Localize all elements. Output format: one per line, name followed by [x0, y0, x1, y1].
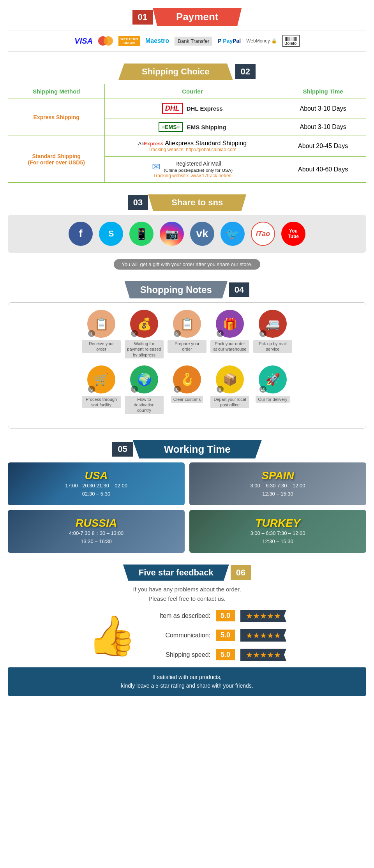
rating-communication: Communication: 5.0 ★★★★★: [148, 629, 286, 642]
step-circle-2: 💰2: [130, 310, 158, 338]
youtube-icon[interactable]: YouTube: [281, 222, 305, 246]
paypal-icon: P PayPal: [218, 38, 241, 44]
step-1: 📋1 Receive your order: [82, 310, 121, 358]
social-icons-row: f S 📱 📷 vk 🐦 iTao YouTube: [8, 215, 366, 253]
bottom-line1: If satisfied with our products,: [152, 674, 221, 680]
ems-time: About 3-10 Days: [280, 118, 366, 136]
rating-label-0: Item as described:: [148, 612, 210, 619]
rating-stars-1: ★★★★★: [240, 629, 286, 642]
table-row: Express Shipping DHL DHL Express About 3…: [8, 99, 366, 118]
airmail-courier: ✉ Registered Air Mail(China post/epacket…: [105, 157, 280, 183]
visa-icon: VISA: [74, 37, 93, 46]
payment-num: 01: [132, 10, 153, 25]
feedback-subtitle: If you have any problems about the order…: [8, 585, 366, 603]
ali-courier: AliExpress Aliexpress Standard Shipping …: [105, 136, 280, 157]
feedback-num: 06: [231, 565, 251, 580]
bank-transfer-icon: Bank Transfer: [175, 37, 212, 46]
subtitle-line2: Please feel free to contact us.: [148, 595, 226, 602]
facebook-icon[interactable]: f: [69, 222, 93, 246]
step-circle-6: 🛒6: [87, 365, 115, 393]
ali-time: About 20-45 Days: [280, 136, 366, 157]
airmail-name: Registered Air Mail(China post/epacket-o…: [164, 161, 233, 173]
feedback-title: Five star feedback: [123, 565, 229, 581]
turkey-card: TURKEY 3:00 – 6:30 7:30 – 12:00 12:30 – …: [189, 510, 366, 553]
working-grid: USA 17:00 - 20:30 21:30 – 02:00 02:30 – …: [8, 462, 366, 553]
ems-courier: ≡EMS≡ EMS Shipping: [105, 118, 280, 136]
payment-title: Payment: [153, 8, 242, 26]
ems-logo: ≡EMS≡: [159, 122, 183, 132]
working-section: 05 Working Time USA 17:00 - 20:30 21:30 …: [0, 432, 374, 557]
ali-logo: AliExpress: [138, 141, 164, 146]
usa-hours: 17:00 - 20:30 21:30 – 02:00 02:30 – 5:30: [65, 482, 127, 498]
notes-num: 04: [229, 282, 249, 297]
table-row: Standard Shipping (For order over USD5) …: [8, 136, 366, 157]
dhl-name: DHL Express: [187, 105, 223, 112]
working-title: Working Time: [133, 440, 262, 459]
spain-hours: 3:00 – 6:30 7:30 – 12:00 12:30 – 15:30: [251, 482, 305, 498]
step-label-9: Depart your local post office: [210, 396, 249, 409]
notes-section: Shopping Notes 04 📋1 Receive your order …: [0, 273, 374, 432]
step-circle-7: 🌍7: [130, 365, 158, 393]
shipping-title: Shipping Choice: [118, 64, 233, 80]
share-header: 03 Share to sns: [8, 194, 366, 211]
col-time: Shipping Time: [280, 84, 366, 99]
express-method: Express Shipping: [8, 99, 105, 136]
shipping-table: Shipping Method Courier Shipping Time Ex…: [8, 84, 366, 183]
step-circle-8: 🪝8: [173, 365, 201, 393]
payment-icons-row: VISA WESTERNUNION Maestro Bank Transfer …: [8, 30, 366, 52]
step-circle-1: 📋1: [87, 310, 115, 338]
rating-label-2: Shipping speed:: [148, 651, 210, 658]
russia-name: RUSSIA: [76, 517, 117, 529]
standard-method: Standard Shipping (For order over USD5): [8, 136, 105, 183]
step-label-6: Process through sort facility: [82, 396, 121, 409]
instagram-icon[interactable]: 📷: [160, 222, 184, 246]
feedback-bottom: If satisfied with our products, kindly l…: [8, 667, 366, 696]
rating-stars-2: ★★★★★: [240, 649, 286, 661]
steps-row-1: 📋1 Receive your order 💰2 Waiting for pay…: [15, 310, 359, 358]
payment-section: 01 Payment VISA WESTERNUNION Maestro Ban…: [0, 0, 374, 56]
col-courier: Courier: [105, 84, 280, 99]
shipping-header: Shipping Choice 02: [8, 64, 366, 80]
step-7: 🌍7 Flow to destination country: [125, 365, 164, 414]
feedback-header: Five star feedback 06: [8, 565, 366, 581]
maestro-icon: Maestro: [145, 37, 169, 44]
step-3: 📋3 Prepare your order: [168, 310, 206, 358]
airmail-time: About 40-60 Days: [280, 157, 366, 183]
share-title: Share to sns: [148, 194, 246, 211]
dhl-logo: DHL: [162, 103, 183, 114]
ali-name: Aliexpress Standard Shipping: [165, 140, 247, 146]
whatsapp-icon[interactable]: 📱: [129, 222, 153, 246]
thumb-icon: 👍: [88, 616, 136, 655]
step-circle-9: 📦9: [216, 365, 244, 393]
airmail-tracking: Tracking website: www.17track.net/en: [108, 173, 277, 178]
ali-tracking: Tracking website: http://global.cainiao.…: [108, 147, 277, 152]
vk-icon[interactable]: vk: [190, 222, 214, 246]
ratings-area: Item as described: 5.0 ★★★★★ Communicati…: [148, 610, 286, 661]
feedback-section: Five star feedback 06 If you have any pr…: [0, 557, 374, 700]
rating-label-1: Communication:: [148, 632, 210, 639]
russia-card: RUSSIA 4:00-7:30 8：30 – 13:00 13:30 – 16…: [8, 510, 185, 553]
rating-score-0: 5.0: [216, 610, 235, 621]
step-label-5: Pck up by mail service: [253, 340, 292, 353]
step-label-3: Prepare your order: [168, 340, 206, 353]
bottom-line2: kindly leave a 5-star rating and share w…: [121, 683, 253, 689]
step-circle-4: 🎁4: [216, 310, 244, 338]
dhl-courier: DHL DHL Express: [105, 99, 280, 118]
notes-title: Shopping Notes: [125, 281, 228, 298]
spain-card: SPAIN 3:00 – 6:30 7:30 – 12:00 12:30 – 1…: [189, 462, 366, 505]
skype-icon[interactable]: S: [99, 222, 123, 246]
feedback-content: 👍 Item as described: 5.0 ★★★★★ Communica…: [8, 610, 366, 661]
rating-described: Item as described: 5.0 ★★★★★: [148, 610, 286, 622]
rating-score-1: 5.0: [216, 630, 235, 641]
subtitle-line1: If you have any problems about the order…: [133, 586, 241, 593]
step-label-1: Receive your order: [82, 340, 121, 353]
step-circle-5: 🚐5: [259, 310, 287, 338]
turkey-name: TURKEY: [255, 517, 300, 529]
twitter-icon[interactable]: 🐦: [221, 222, 245, 246]
itao-icon[interactable]: iTao: [251, 222, 275, 246]
russia-hours: 4:00-7:30 8：30 – 13:00 13:30 – 16:30: [69, 529, 123, 546]
step-8: 🪝8 Clear customs: [168, 365, 206, 414]
step-circle-3: 📋3: [173, 310, 201, 338]
step-label-2: Waiting for payment released by alixpres…: [125, 340, 164, 358]
boletol-icon: |||||||||||Boletol: [282, 35, 300, 47]
